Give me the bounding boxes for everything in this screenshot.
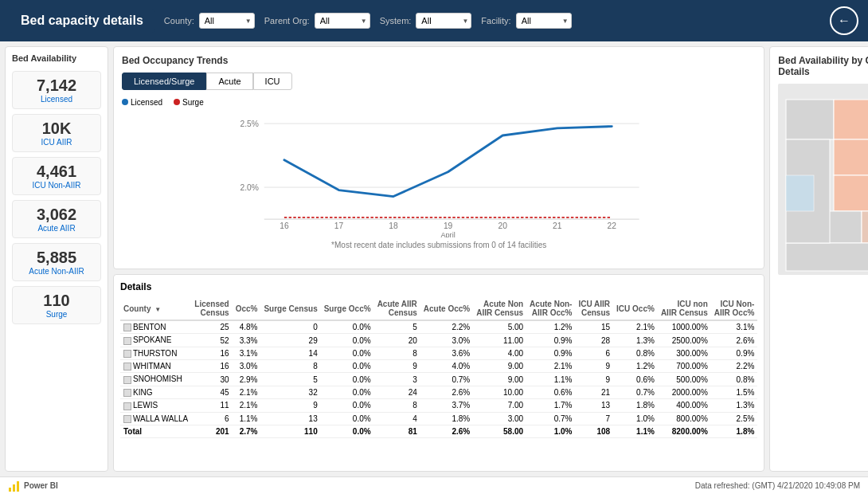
col-acute-occ[interactable]: Acute Occ% xyxy=(420,297,473,320)
cell-occ: 2.9% xyxy=(233,373,261,386)
cell-surge: 110 xyxy=(260,425,320,437)
cell-icu-aiir: 28 xyxy=(575,334,613,347)
cell-surge-occ: 0.0% xyxy=(321,334,374,347)
cell-icu-occ: 0.8% xyxy=(613,347,658,359)
svg-text:April: April xyxy=(440,231,455,237)
cell-surge: 32 xyxy=(260,386,320,398)
cell-icu-non-occ: 2.5% xyxy=(711,412,758,425)
svg-rect-40 xyxy=(786,175,814,211)
col-acute-aiir[interactable]: Acute AIIRCensus xyxy=(374,297,420,320)
table-row: KING 45 2.1% 32 0.0% 24 2.6% 10.00 0.6% … xyxy=(120,386,757,398)
cell-acute-non-occ: 0.7% xyxy=(526,412,575,425)
cell-occ: 3.3% xyxy=(233,334,261,347)
cell-icu-non: 1000.00% xyxy=(658,320,711,334)
cell-icu-aiir: 21 xyxy=(575,386,613,398)
svg-text:16: 16 xyxy=(280,222,289,230)
cell-acute-non-occ: 1.1% xyxy=(526,373,575,386)
col-surge-occ[interactable]: Surge Occ% xyxy=(321,297,374,320)
cell-lic-census: 201 xyxy=(191,425,232,437)
svg-text:2.0%: 2.0% xyxy=(240,183,258,192)
details-table-wrapper[interactable]: County ▼ LicensedCensus Occ% Surge Censu… xyxy=(120,297,757,438)
cell-surge-occ: 0.0% xyxy=(321,360,374,373)
chart-tabs: Licensed/Surge Acute ICU xyxy=(122,73,756,90)
map-panel: Bed Availability by County - Hover for D… xyxy=(769,46,868,472)
cell-lic-census: 16 xyxy=(191,360,232,373)
col-lic-census[interactable]: LicensedCensus xyxy=(191,297,232,320)
tab-icu[interactable]: ICU xyxy=(253,73,292,90)
col-acute-non-aiir[interactable]: Acute NonAIIR Census xyxy=(473,297,526,320)
map-header: Bed Availability by County - Hover for D… xyxy=(778,55,868,77)
map-title: Bed Availability by County - Hover for D… xyxy=(778,55,868,77)
county-select[interactable]: All xyxy=(199,13,255,29)
cell-icu-occ: 1.0% xyxy=(613,412,658,425)
svg-text:19: 19 xyxy=(444,222,453,230)
col-surge-census[interactable]: Surge Census xyxy=(260,297,320,320)
cell-surge: 8 xyxy=(260,360,320,373)
cell-acute-occ: 2.2% xyxy=(420,320,473,334)
col-icu-aiir[interactable]: ICU AIIRCensus xyxy=(575,297,613,320)
cell-county: BENTON xyxy=(120,320,191,334)
cell-icu-non-occ: 0.8% xyxy=(711,373,758,386)
facility-select[interactable]: All xyxy=(516,13,572,29)
facility-select-wrapper[interactable]: All xyxy=(516,13,572,29)
svg-rect-20 xyxy=(862,211,868,243)
col-county[interactable]: County ▼ xyxy=(120,297,191,320)
county-label: County: xyxy=(164,16,194,25)
cell-acute-non-aiir: 3.00 xyxy=(473,412,526,425)
cell-icu-non-occ: 1.3% xyxy=(711,399,758,412)
metric-icu-aiir-value: 10K xyxy=(18,120,96,138)
cell-surge: 9 xyxy=(260,399,320,412)
legend-surge: Surge xyxy=(174,98,204,107)
cell-occ: 3.0% xyxy=(233,360,261,373)
bed-availability-title: Bed Availability xyxy=(12,53,101,63)
metric-icu-non-aiir-value: 4,461 xyxy=(18,163,96,181)
metric-surge: 110 Surge xyxy=(12,286,101,324)
system-select-wrapper[interactable]: All xyxy=(416,13,471,29)
metric-licensed-label: Licensed xyxy=(18,95,96,104)
cell-icu-aiir: 7 xyxy=(575,412,613,425)
tab-licensed-surge[interactable]: Licensed/Surge xyxy=(122,73,206,90)
cell-icu-aiir: 9 xyxy=(575,360,613,373)
parent-org-select-wrapper[interactable]: All xyxy=(315,13,370,29)
county-select-wrapper[interactable]: All xyxy=(199,13,255,29)
svg-rect-41 xyxy=(9,488,11,492)
metric-acute-non-aiir: 5,885 Acute Non-AIIR xyxy=(12,243,101,281)
cell-acute-aiir: 20 xyxy=(374,334,420,347)
cell-icu-non-occ: 2.6% xyxy=(711,334,758,347)
parent-org-select[interactable]: All xyxy=(315,13,370,29)
col-icu-non-occ[interactable]: ICU Non-AIIR Occ% xyxy=(711,297,758,320)
cell-surge: 5 xyxy=(260,373,320,386)
system-select[interactable]: All xyxy=(416,13,471,29)
metric-acute-aiir-value: 3,062 xyxy=(18,206,96,224)
cell-acute-aiir: 9 xyxy=(374,360,420,373)
tab-acute[interactable]: Acute xyxy=(206,73,252,90)
cell-acute-non-aiir: 9.00 xyxy=(473,373,526,386)
cell-icu-non: 2000.00% xyxy=(658,386,711,398)
col-icu-non[interactable]: ICU nonAIIR Census xyxy=(658,297,711,320)
cell-acute-non-aiir: 5.00 xyxy=(473,320,526,334)
system-label: System: xyxy=(380,16,412,25)
back-button[interactable]: ← xyxy=(830,6,858,35)
refresh-text: Data refreshed: (GMT) 4/21/2020 10:49:08… xyxy=(695,481,860,490)
cell-icu-non: 8200.00% xyxy=(658,425,711,437)
cell-icu-occ: 0.6% xyxy=(613,373,658,386)
cell-acute-aiir: 3 xyxy=(374,373,420,386)
cell-icu-occ: 1.8% xyxy=(613,399,658,412)
svg-rect-43 xyxy=(17,481,19,492)
county-filter-group: County: All xyxy=(164,13,255,29)
col-occ[interactable]: Occ% xyxy=(233,297,261,320)
cell-acute-non-occ: 1.0% xyxy=(526,425,575,437)
cell-icu-non: 700.00% xyxy=(658,360,711,373)
col-icu-occ[interactable]: ICU Occ% xyxy=(613,297,658,320)
metric-licensed-value: 7,142 xyxy=(18,76,96,95)
bed-availability-panel: Bed Availability 7,142 Licensed 10K ICU … xyxy=(5,46,108,472)
cell-icu-non: 2500.00% xyxy=(658,334,711,347)
cell-icu-occ: 1.2% xyxy=(613,360,658,373)
cell-county: Total xyxy=(120,425,191,437)
col-acute-non-occ[interactable]: Acute Non-AIIR Occ% xyxy=(526,297,575,320)
cell-acute-non-aiir: 10.00 xyxy=(473,386,526,398)
cell-acute-non-occ: 1.2% xyxy=(526,320,575,334)
cell-county: THURSTON xyxy=(120,347,191,359)
cell-icu-non: 300.00% xyxy=(658,347,711,359)
cell-icu-aiir: 9 xyxy=(575,373,613,386)
